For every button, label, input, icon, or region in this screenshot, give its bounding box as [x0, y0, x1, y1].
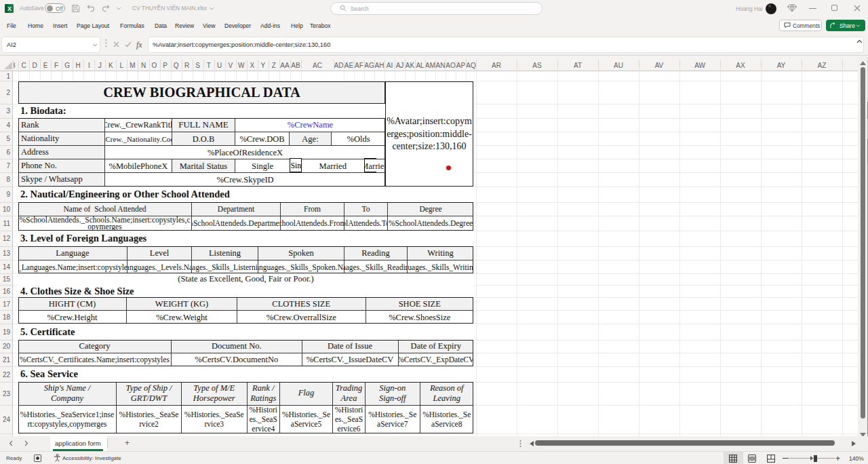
- svg-text:X: X: [7, 5, 12, 12]
